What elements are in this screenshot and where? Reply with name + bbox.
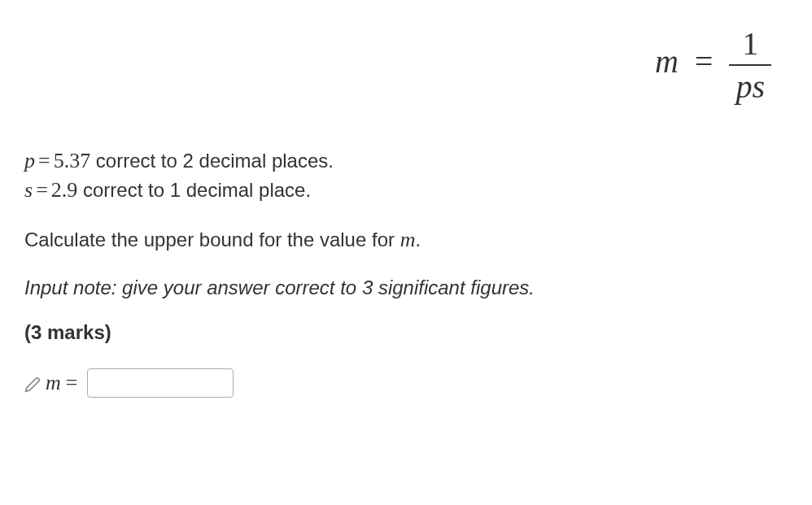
formula-equals: = [695, 43, 714, 80]
formula-denominator: ps [729, 66, 771, 106]
formula-display: m = 1 ps [24, 24, 788, 106]
answer-equals: = [66, 371, 78, 395]
answer-variable: m [46, 371, 61, 395]
formula-numerator: 1 [729, 24, 771, 66]
p-value: 5.37 [54, 149, 91, 172]
given-p-line: p=5.37 correct to 2 decimal places. [24, 146, 788, 176]
question-suffix: . [415, 229, 421, 250]
p-description: correct to 2 decimal places. [90, 150, 334, 172]
formula-lhs: m [655, 43, 679, 80]
s-equals: = [36, 178, 48, 202]
p-equals: = [38, 149, 50, 172]
input-note: Input note: give your answer correct to … [24, 274, 788, 302]
answer-input[interactable] [87, 368, 234, 398]
answer-row: m = [24, 368, 788, 398]
s-value: 2.9 [51, 178, 78, 202]
s-variable: s [24, 178, 33, 202]
question-var: m [400, 228, 416, 251]
p-variable: p [24, 149, 35, 172]
question-text: Calculate the upper bound for the value … [24, 225, 788, 255]
formula-expression: m = 1 ps [655, 24, 771, 106]
marks-label: (3 marks) [24, 321, 788, 344]
given-values: p=5.37 correct to 2 decimal places. s=2.… [24, 146, 788, 206]
formula-fraction: 1 ps [729, 24, 771, 106]
question-prefix: Calculate the upper bound for the value … [24, 229, 400, 250]
pencil-icon [24, 375, 41, 391]
given-s-line: s=2.9 correct to 1 decimal place. [24, 176, 788, 205]
s-description: correct to 1 decimal place. [77, 179, 311, 201]
